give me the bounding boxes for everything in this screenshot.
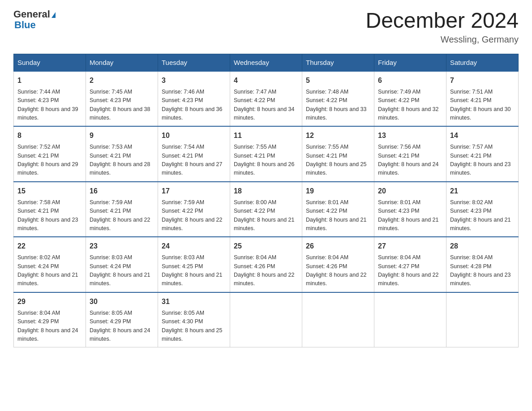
day-info: Sunrise: 7:52 AMSunset: 4:21 PMDaylight:… bbox=[17, 144, 78, 176]
calendar-cell: 29Sunrise: 8:04 AMSunset: 4:29 PMDayligh… bbox=[14, 292, 86, 347]
day-info: Sunrise: 8:02 AMSunset: 4:24 PMDaylight:… bbox=[17, 254, 78, 287]
calendar-cell: 26Sunrise: 8:04 AMSunset: 4:26 PMDayligh… bbox=[302, 237, 374, 292]
day-info: Sunrise: 7:46 AMSunset: 4:23 PMDaylight:… bbox=[162, 89, 223, 121]
day-number: 31 bbox=[162, 296, 226, 307]
day-info: Sunrise: 7:59 AMSunset: 4:22 PMDaylight:… bbox=[162, 199, 223, 231]
calendar-week-row: 8Sunrise: 7:52 AMSunset: 4:21 PMDaylight… bbox=[14, 126, 519, 182]
calendar-cell: 8Sunrise: 7:52 AMSunset: 4:21 PMDaylight… bbox=[14, 126, 86, 182]
calendar-cell: 13Sunrise: 7:56 AMSunset: 4:21 PMDayligh… bbox=[374, 126, 446, 182]
day-info: Sunrise: 7:57 AMSunset: 4:21 PMDaylight:… bbox=[450, 144, 511, 176]
day-info: Sunrise: 8:04 AMSunset: 4:26 PMDaylight:… bbox=[234, 254, 295, 287]
calendar-cell: 14Sunrise: 7:57 AMSunset: 4:21 PMDayligh… bbox=[446, 126, 519, 182]
calendar-cell: 3Sunrise: 7:46 AMSunset: 4:23 PMDaylight… bbox=[158, 71, 230, 127]
column-header-monday: Monday bbox=[86, 54, 158, 71]
day-number: 7 bbox=[450, 75, 515, 86]
day-info: Sunrise: 7:45 AMSunset: 4:23 PMDaylight:… bbox=[90, 89, 150, 121]
calendar-cell: 21Sunrise: 8:02 AMSunset: 4:23 PMDayligh… bbox=[446, 182, 519, 237]
calendar-cell: 10Sunrise: 7:54 AMSunset: 4:21 PMDayligh… bbox=[158, 126, 230, 182]
calendar-cell: 20Sunrise: 8:01 AMSunset: 4:23 PMDayligh… bbox=[374, 182, 446, 237]
calendar-cell bbox=[302, 292, 374, 347]
day-info: Sunrise: 8:01 AMSunset: 4:22 PMDaylight:… bbox=[306, 199, 367, 231]
calendar-cell: 11Sunrise: 7:55 AMSunset: 4:21 PMDayligh… bbox=[230, 126, 302, 182]
calendar-cell: 27Sunrise: 8:04 AMSunset: 4:27 PMDayligh… bbox=[374, 237, 446, 292]
day-number: 27 bbox=[378, 241, 442, 252]
day-number: 29 bbox=[17, 296, 82, 307]
day-number: 16 bbox=[90, 186, 154, 197]
day-info: Sunrise: 8:05 AMSunset: 4:29 PMDaylight:… bbox=[90, 310, 150, 342]
calendar-cell: 5Sunrise: 7:48 AMSunset: 4:22 PMDaylight… bbox=[302, 71, 374, 127]
calendar-week-row: 22Sunrise: 8:02 AMSunset: 4:24 PMDayligh… bbox=[14, 237, 519, 292]
day-number: 8 bbox=[17, 130, 82, 141]
day-number: 25 bbox=[234, 241, 298, 252]
calendar-cell: 24Sunrise: 8:03 AMSunset: 4:25 PMDayligh… bbox=[158, 237, 230, 292]
column-header-friday: Friday bbox=[374, 54, 446, 71]
day-info: Sunrise: 8:04 AMSunset: 4:27 PMDaylight:… bbox=[378, 254, 439, 287]
logo-blue-text: Blue bbox=[14, 20, 36, 30]
day-info: Sunrise: 7:59 AMSunset: 4:21 PMDaylight:… bbox=[90, 199, 150, 231]
day-number: 10 bbox=[162, 130, 226, 141]
day-info: Sunrise: 7:54 AMSunset: 4:21 PMDaylight:… bbox=[162, 144, 223, 176]
day-info: Sunrise: 8:00 AMSunset: 4:22 PMDaylight:… bbox=[234, 199, 295, 231]
day-number: 3 bbox=[162, 75, 226, 86]
day-number: 6 bbox=[378, 75, 442, 86]
column-header-tuesday: Tuesday bbox=[158, 54, 230, 71]
day-info: Sunrise: 8:03 AMSunset: 4:25 PMDaylight:… bbox=[162, 254, 223, 287]
calendar-header-row: SundayMondayTuesdayWednesdayThursdayFrid… bbox=[14, 54, 519, 71]
day-number: 18 bbox=[234, 186, 298, 197]
day-number: 11 bbox=[234, 130, 298, 141]
calendar-cell: 7Sunrise: 7:51 AMSunset: 4:21 PMDaylight… bbox=[446, 71, 519, 127]
column-header-sunday: Sunday bbox=[14, 54, 86, 71]
calendar-cell: 23Sunrise: 8:03 AMSunset: 4:24 PMDayligh… bbox=[86, 237, 158, 292]
day-number: 20 bbox=[378, 186, 442, 197]
calendar-cell: 9Sunrise: 7:53 AMSunset: 4:21 PMDaylight… bbox=[86, 126, 158, 182]
calendar-cell: 6Sunrise: 7:49 AMSunset: 4:22 PMDaylight… bbox=[374, 71, 446, 127]
day-number: 26 bbox=[306, 241, 370, 252]
calendar-week-row: 29Sunrise: 8:04 AMSunset: 4:29 PMDayligh… bbox=[14, 292, 519, 347]
calendar-cell bbox=[374, 292, 446, 347]
day-number: 23 bbox=[90, 241, 154, 252]
day-info: Sunrise: 7:58 AMSunset: 4:21 PMDaylight:… bbox=[17, 199, 78, 231]
day-number: 4 bbox=[234, 75, 298, 86]
day-info: Sunrise: 7:55 AMSunset: 4:21 PMDaylight:… bbox=[234, 144, 295, 176]
day-info: Sunrise: 8:04 AMSunset: 4:29 PMDaylight:… bbox=[17, 310, 78, 342]
day-number: 15 bbox=[17, 186, 82, 197]
calendar-cell: 2Sunrise: 7:45 AMSunset: 4:23 PMDaylight… bbox=[86, 71, 158, 127]
day-info: Sunrise: 7:53 AMSunset: 4:21 PMDaylight:… bbox=[90, 144, 150, 176]
calendar-cell: 19Sunrise: 8:01 AMSunset: 4:22 PMDayligh… bbox=[302, 182, 374, 237]
day-number: 5 bbox=[306, 75, 370, 86]
day-info: Sunrise: 8:03 AMSunset: 4:24 PMDaylight:… bbox=[90, 254, 150, 287]
day-info: Sunrise: 8:02 AMSunset: 4:23 PMDaylight:… bbox=[450, 199, 511, 231]
day-info: Sunrise: 7:48 AMSunset: 4:22 PMDaylight:… bbox=[306, 89, 367, 121]
day-info: Sunrise: 8:04 AMSunset: 4:26 PMDaylight:… bbox=[306, 254, 367, 287]
calendar-cell: 15Sunrise: 7:58 AMSunset: 4:21 PMDayligh… bbox=[14, 182, 86, 237]
calendar-cell: 30Sunrise: 8:05 AMSunset: 4:29 PMDayligh… bbox=[86, 292, 158, 347]
page-header: General Blue December 2024 Wessling, Ger… bbox=[13, 9, 519, 45]
day-info: Sunrise: 7:55 AMSunset: 4:21 PMDaylight:… bbox=[306, 144, 367, 176]
day-info: Sunrise: 7:51 AMSunset: 4:21 PMDaylight:… bbox=[450, 89, 511, 121]
title-block: December 2024 Wessling, Germany bbox=[365, 9, 519, 45]
day-info: Sunrise: 7:47 AMSunset: 4:22 PMDaylight:… bbox=[234, 89, 295, 121]
day-info: Sunrise: 8:05 AMSunset: 4:30 PMDaylight:… bbox=[162, 310, 223, 342]
day-number: 17 bbox=[162, 186, 226, 197]
day-info: Sunrise: 8:04 AMSunset: 4:28 PMDaylight:… bbox=[450, 254, 511, 287]
day-info: Sunrise: 7:44 AMSunset: 4:23 PMDaylight:… bbox=[17, 89, 78, 121]
calendar-cell: 12Sunrise: 7:55 AMSunset: 4:21 PMDayligh… bbox=[302, 126, 374, 182]
day-number: 9 bbox=[90, 130, 154, 141]
calendar-cell: 22Sunrise: 8:02 AMSunset: 4:24 PMDayligh… bbox=[14, 237, 86, 292]
calendar-cell bbox=[446, 292, 519, 347]
calendar-table: SundayMondayTuesdayWednesdayThursdayFrid… bbox=[13, 54, 519, 348]
column-header-wednesday: Wednesday bbox=[230, 54, 302, 71]
calendar-cell: 16Sunrise: 7:59 AMSunset: 4:21 PMDayligh… bbox=[86, 182, 158, 237]
calendar-cell: 1Sunrise: 7:44 AMSunset: 4:23 PMDaylight… bbox=[14, 71, 86, 127]
day-number: 24 bbox=[162, 241, 226, 252]
calendar-cell: 18Sunrise: 8:00 AMSunset: 4:22 PMDayligh… bbox=[230, 182, 302, 237]
day-number: 30 bbox=[90, 296, 154, 307]
day-info: Sunrise: 7:56 AMSunset: 4:21 PMDaylight:… bbox=[378, 144, 439, 176]
day-info: Sunrise: 8:01 AMSunset: 4:23 PMDaylight:… bbox=[378, 199, 439, 231]
day-number: 2 bbox=[90, 75, 154, 86]
day-number: 1 bbox=[17, 75, 82, 86]
calendar-cell: 31Sunrise: 8:05 AMSunset: 4:30 PMDayligh… bbox=[158, 292, 230, 347]
calendar-week-row: 15Sunrise: 7:58 AMSunset: 4:21 PMDayligh… bbox=[14, 182, 519, 237]
day-info: Sunrise: 7:49 AMSunset: 4:22 PMDaylight:… bbox=[378, 89, 439, 121]
calendar-week-row: 1Sunrise: 7:44 AMSunset: 4:23 PMDaylight… bbox=[14, 71, 519, 127]
